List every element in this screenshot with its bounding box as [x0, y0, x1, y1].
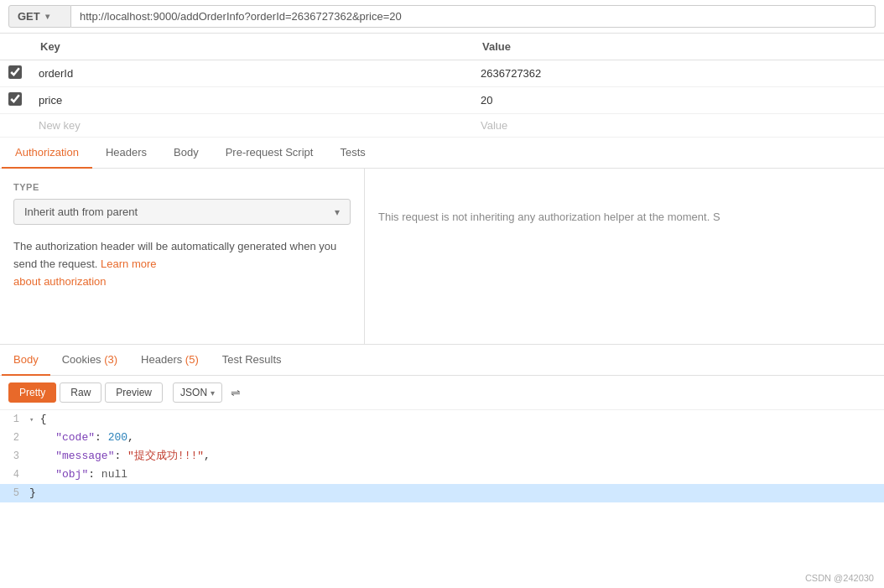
url-input[interactable] [71, 5, 876, 28]
line-content: ▾ { [29, 410, 884, 429]
table-row: orderId 2636727362 [0, 60, 884, 87]
align-icon[interactable]: ⇌ [231, 386, 241, 399]
line-number: 3 [0, 447, 29, 465]
tab-tests[interactable]: Tests [326, 138, 378, 169]
format-btn-preview[interactable]: Preview [105, 382, 163, 403]
json-string-value: "提交成功!!!" [127, 450, 204, 462]
tab-headers[interactable]: Headers [92, 138, 160, 169]
response-tab-cookies[interactable]: Cookies (3) [50, 345, 129, 376]
json-plain: : [114, 450, 127, 462]
key-cell: price [30, 87, 472, 114]
param-value: 2636727362 [481, 67, 541, 80]
response-toolbar: PrettyRawPreviewJSON▾⇌ [0, 376, 884, 410]
line-content: } [29, 484, 884, 502]
type-dropdown[interactable]: JSON▾ [173, 382, 222, 403]
line-number: 5 [0, 484, 29, 502]
auth-panel: TYPE Inherit auth from parent ▾ The auth… [0, 169, 884, 345]
new-value-placeholder: Value [481, 119, 507, 132]
about-authorization-link[interactable]: about authorization [13, 275, 107, 288]
value-cell: 20 [472, 87, 884, 114]
tab-badge: (3) [101, 353, 118, 366]
code-line: 1▾ { [0, 410, 884, 429]
params-table: Key Value orderId 2636727362 price 20 [0, 34, 884, 138]
checkbox-header [0, 34, 30, 60]
json-plain [29, 468, 55, 481]
auth-left-panel: TYPE Inherit auth from parent ▾ The auth… [0, 169, 365, 344]
auth-type-chevron-icon: ▾ [335, 206, 340, 218]
tab-body[interactable]: Body [160, 138, 212, 169]
new-value-cell: Value [472, 114, 884, 138]
request-tabs-bar: AuthorizationHeadersBodyPre-request Scri… [0, 138, 884, 169]
method-chevron-icon: ▾ [45, 12, 49, 21]
response-tab-test-results[interactable]: Test Results [211, 345, 294, 376]
tab-badge: (5) [182, 353, 199, 366]
value-column-header: Value [472, 34, 884, 60]
code-line: 2 "code": 200, [0, 429, 884, 447]
param-value: 20 [481, 94, 492, 107]
type-dropdown-chevron-icon: ▾ [211, 388, 215, 398]
tab-authorization[interactable]: Authorization [2, 138, 92, 169]
response-tabs-bar: BodyCookies (3)Headers (5)Test Results [0, 345, 884, 376]
learn-more-link[interactable]: Learn more [101, 258, 156, 270]
code-line: 3 "message": "提交成功!!!", [0, 447, 884, 466]
format-btn-pretty[interactable]: Pretty [8, 382, 56, 403]
checkbox-cell [0, 60, 30, 87]
table-row: price 20 [0, 87, 884, 114]
response-tab-body[interactable]: Body [2, 345, 50, 376]
method-selector[interactable]: GET ▾ [8, 5, 71, 28]
json-number-value: 200 [108, 431, 127, 444]
param-key: orderId [39, 67, 73, 80]
json-brace: } [29, 487, 36, 499]
json-key: "code" [55, 431, 95, 444]
json-plain [29, 450, 55, 462]
json-key: "obj" [55, 468, 88, 481]
checkbox-cell [0, 87, 30, 114]
value-cell: 2636727362 [472, 60, 884, 87]
response-tab-headers[interactable]: Headers (5) [129, 345, 211, 376]
json-plain: , [204, 450, 211, 462]
json-brace: { [40, 413, 47, 425]
type-dropdown-label: JSON [180, 387, 207, 398]
auth-description-text: The authorization header will be automat… [13, 240, 336, 270]
new-key-placeholder: New key [39, 119, 81, 132]
json-null-value: null [101, 468, 127, 481]
auth-right-panel: This request is not inheriting any autho… [365, 169, 884, 344]
method-label: GET [18, 10, 40, 23]
param-key: price [39, 94, 62, 107]
line-number: 1 [0, 410, 29, 428]
param-checkbox[interactable] [8, 92, 22, 106]
json-plain [29, 431, 55, 444]
auth-right-text: This request is not inheriting any autho… [378, 211, 720, 223]
json-key: "message" [55, 450, 114, 462]
collapse-arrow-icon: ▾ [29, 416, 39, 424]
line-content: "message": "提交成功!!!", [29, 447, 884, 466]
json-plain: : [88, 468, 101, 481]
tab-pre-request-script[interactable]: Pre-request Script [212, 138, 327, 169]
new-key-cell: New key [30, 114, 472, 138]
code-line: 5} [0, 484, 884, 502]
code-area: 1▾ {2 "code": 200,3 "message": "提交成功!!!"… [0, 410, 884, 502]
key-column-header: Key [30, 34, 472, 60]
line-content: "code": 200, [29, 429, 884, 447]
auth-type-dropdown[interactable]: Inherit auth from parent ▾ [13, 199, 351, 225]
param-checkbox[interactable] [8, 65, 22, 79]
url-bar: GET ▾ [0, 0, 884, 34]
json-plain: : [95, 431, 108, 444]
type-label: TYPE [13, 182, 351, 192]
line-content: "obj": null [29, 466, 884, 484]
new-param-row: New key Value [0, 114, 884, 138]
auth-description: The authorization header will be automat… [13, 238, 351, 290]
code-line: 4 "obj": null [0, 466, 884, 484]
format-btn-raw[interactable]: Raw [60, 382, 101, 403]
auth-type-value: Inherit auth from parent [24, 206, 138, 218]
key-cell: orderId [30, 60, 472, 87]
json-plain: , [127, 431, 134, 444]
line-number: 2 [0, 429, 29, 446]
line-number: 4 [0, 466, 29, 483]
